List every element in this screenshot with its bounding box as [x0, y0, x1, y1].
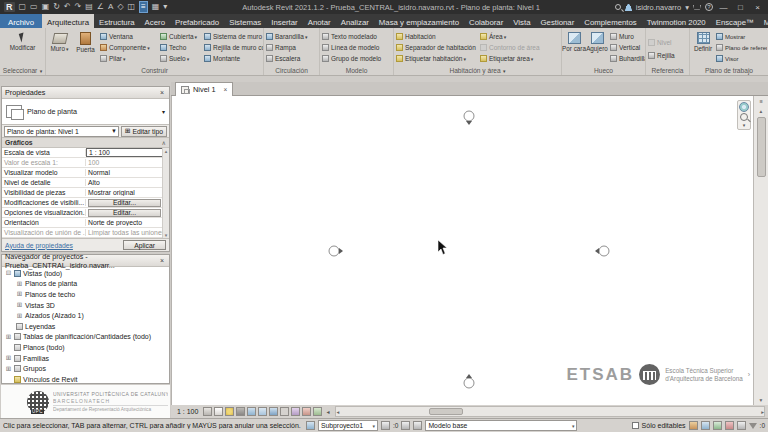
apply-button[interactable]: Aplicar — [123, 240, 166, 250]
scroll-down-icon[interactable]: ▾ — [760, 395, 763, 405]
tree-item-leyendas[interactable]: Leyendas — [2, 321, 169, 332]
split-view-handle-icon[interactable]: ≡ — [759, 96, 762, 106]
expand-icon[interactable] — [5, 365, 12, 373]
panel-label-circulacion[interactable]: Circulación — [264, 66, 319, 75]
wall-opening-button[interactable]: Muro — [609, 31, 645, 42]
nav-bar-caret-icon[interactable]: ▾ — [743, 122, 746, 128]
tree-item-vistas-3d[interactable]: Vistas 3D — [2, 300, 169, 311]
tab-prefabricado[interactable]: Prefabricado — [170, 14, 224, 28]
panel-label-construir[interactable]: Construir — [46, 66, 263, 75]
store-cart-icon[interactable] — [693, 5, 701, 10]
tab-analizar[interactable]: Analizar — [336, 14, 374, 28]
detail-level-field[interactable]: Alto — [86, 179, 169, 186]
help-icon[interactable]: ? — [705, 3, 713, 11]
roof-button[interactable]: Cubierta — [159, 31, 203, 42]
filter-icon[interactable] — [749, 423, 757, 429]
tab-insertar[interactable]: Insertar — [266, 14, 302, 28]
opening-by-face-button[interactable]: Por cara — [563, 29, 585, 66]
thin-lines-icon[interactable]: ≡ — [139, 1, 148, 13]
expand-icon[interactable] — [5, 354, 12, 362]
design-options-icon[interactable] — [401, 421, 410, 430]
edit-type-button[interactable]: ⊞ Editar tipo — [121, 126, 167, 137]
railing-button[interactable]: Barandilla — [265, 31, 319, 42]
set-workplane-button[interactable]: Definir — [691, 29, 715, 66]
temporary-hide-isolate-icon[interactable] — [269, 407, 278, 416]
tab-sistemas[interactable]: Sistemas — [224, 14, 266, 28]
panel-label-hueco[interactable]: Hueco — [562, 66, 645, 75]
tab-arquitectura[interactable]: Arquitectura — [42, 14, 94, 28]
reveal-constraints-icon[interactable] — [313, 407, 322, 416]
tab-modificar[interactable]: Modificar — [759, 14, 768, 28]
worksets-icon[interactable] — [306, 421, 315, 430]
vertical-scrollbar[interactable]: ≡ ▴ ▾ — [753, 96, 768, 405]
expand-icon[interactable] — [16, 280, 23, 288]
stair-button[interactable]: Escalera — [265, 53, 319, 64]
redo-icon[interactable]: ↷ — [75, 2, 82, 12]
text-icon[interactable]: A — [108, 2, 113, 12]
section-icon[interactable]: ◫ — [128, 2, 136, 12]
panel-label-seleccionar[interactable]: Seleccionar — [0, 66, 45, 75]
tab-colaborar[interactable]: Colaborar — [464, 14, 508, 28]
expand-icon[interactable] — [16, 312, 23, 320]
view-tab-close-icon[interactable]: × — [224, 86, 228, 93]
hide-analytical-model-icon[interactable] — [302, 407, 311, 416]
user-avatar-icon[interactable] — [625, 4, 632, 11]
room-separator-button[interactable]: Separador de habitación — [395, 42, 479, 53]
minimize-button[interactable]: — — [717, 3, 730, 12]
project-browser-close-icon[interactable]: × — [158, 257, 166, 264]
column-button[interactable]: Pilar — [99, 53, 159, 64]
tree-item-tablas[interactable]: Tablas de planificación/Cantidades (todo… — [2, 332, 169, 343]
model-line-button[interactable]: Línea de modelo — [321, 42, 393, 53]
expand-icon[interactable] — [16, 290, 23, 298]
reference-plane-button[interactable]: Plano de referencia — [715, 42, 767, 53]
parts-visibility-field[interactable]: Mostrar original — [86, 189, 169, 196]
section-graficos[interactable]: Gráficos ∧ — [2, 138, 169, 148]
dormer-opening-button[interactable]: Buhardilla — [609, 53, 645, 64]
model-text-button[interactable]: Texto modelado — [321, 31, 393, 42]
relinquish-icon[interactable] — [725, 421, 734, 430]
open-icon[interactable]: ▭ — [30, 2, 38, 12]
vertical-scroll-thumb[interactable] — [757, 117, 766, 177]
show-crop-region-icon[interactable] — [258, 407, 267, 416]
vertical-opening-button[interactable]: Vertical — [609, 42, 645, 53]
instance-selector[interactable]: Plano de planta: Nivel 1 ▾ — [4, 126, 119, 137]
tab-anotar[interactable]: Anotar — [303, 14, 336, 28]
mullion-button[interactable]: Montante — [203, 53, 264, 64]
sun-path-icon[interactable] — [225, 407, 234, 416]
expand-icon[interactable] — [16, 301, 23, 309]
ramp-button[interactable]: Rampa — [265, 42, 319, 53]
expand-icon[interactable] — [5, 333, 12, 341]
window-button[interactable]: Ventana — [99, 31, 159, 42]
tree-item-planos-de-planta[interactable]: Planos de planta — [2, 279, 169, 290]
visibility-overrides-edit-button[interactable]: Editar... — [88, 199, 161, 207]
tree-item-vinculos[interactable]: Vínculos de Revit — [2, 374, 169, 383]
curtain-system-button[interactable]: Sistema de muro cortina — [203, 31, 264, 42]
design-option-select[interactable]: Modelo base ▾ — [425, 420, 577, 431]
section-collapse-icon[interactable]: ∧ — [162, 139, 166, 146]
show-workplane-button[interactable]: Mostrar — [715, 31, 767, 42]
scroll-down-icon[interactable]: ▾ — [165, 232, 168, 238]
floor-button[interactable]: Suelo — [159, 53, 203, 64]
active-workset-select[interactable]: Subproyecto1 ▾ — [318, 420, 378, 431]
close-button[interactable]: × — [751, 3, 764, 12]
type-selector-caret-icon[interactable]: ▾ — [162, 108, 165, 115]
scroll-up-icon[interactable]: ▴ — [760, 106, 763, 116]
worksharing-display-icon[interactable] — [689, 421, 698, 430]
save-icon[interactable]: ▣ — [42, 2, 50, 12]
crop-view-icon[interactable] — [247, 407, 256, 416]
solo-editables-checkbox[interactable] — [632, 422, 639, 429]
model-group-button[interactable]: Grupo de modelo — [321, 53, 393, 64]
view-scale-control[interactable]: 1 : 100 — [174, 407, 201, 416]
select-toggle-icon[interactable] — [737, 421, 746, 430]
editable-only-glasses-icon[interactable] — [381, 421, 390, 430]
collapse-view-bar-icon[interactable]: ◂ — [324, 408, 331, 415]
zoom-tool-icon[interactable] — [740, 113, 748, 121]
wall-button[interactable]: Muro — [47, 29, 72, 66]
tab-enscape[interactable]: Enscape™ — [711, 14, 759, 28]
tree-item-alzados[interactable]: Alzados (Alzado 1) — [2, 310, 169, 321]
panel-label-plano-trabajo[interactable]: Plano de trabajo — [690, 66, 768, 75]
print-icon[interactable]: ▤ — [85, 2, 93, 12]
new-icon[interactable]: ▢ — [19, 2, 27, 12]
shadows-icon[interactable] — [236, 407, 245, 416]
synchronize-icon[interactable] — [713, 421, 722, 430]
